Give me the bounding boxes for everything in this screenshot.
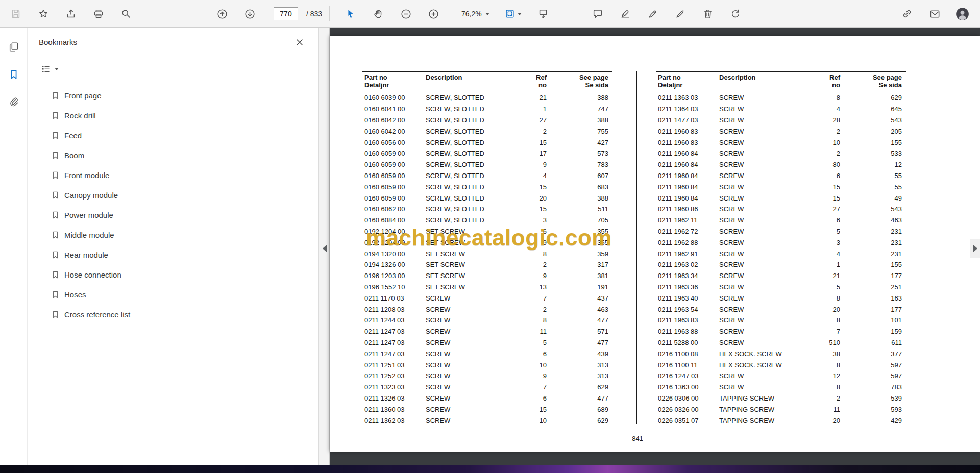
fit-page-button[interactable]	[500, 3, 526, 24]
bookmark-item[interactable]: Canopy module	[28, 185, 318, 205]
description-cell: SCREW	[719, 250, 807, 258]
comment-button[interactable]	[587, 3, 608, 24]
part-no-cell: 0216 1100 11	[658, 361, 719, 369]
bookmark-item[interactable]: Middle module	[28, 225, 318, 245]
see-page-cell: 463	[547, 306, 608, 313]
redo-button[interactable]	[725, 3, 746, 24]
bookmarks-panel-button[interactable]	[3, 63, 25, 86]
hand-tool-button[interactable]	[368, 3, 389, 24]
previous-page-button[interactable]	[211, 3, 233, 24]
part-no-cell: 0211 1963 54	[658, 306, 719, 313]
part-no-cell: 0226 0351 07	[658, 417, 719, 425]
table-row: 0160 6041 00 SCREW, SLOTTED 1 747	[362, 104, 612, 115]
page-display-mode-button[interactable]	[532, 3, 554, 24]
page-thumbnails-button[interactable]	[3, 36, 25, 58]
parts-table-right: Part noDetaljnr Description Refno See pa…	[656, 71, 906, 426]
share-link-button[interactable]	[896, 3, 918, 24]
table-row: 0211 1247 03 SCREW 11 571	[362, 326, 612, 337]
next-page-button[interactable]	[239, 3, 260, 24]
bookmark-label: Boom	[64, 151, 84, 160]
bookmark-item[interactable]: Boom	[28, 145, 318, 165]
table-row: 0211 1208 03 SCREW 2 463	[362, 304, 612, 315]
table-row: 0216 1247 03 SCREW 12 597	[656, 370, 906, 382]
see-page-cell: 388	[547, 194, 608, 202]
table-row: 0211 1963 34 SCREW 21 177	[656, 270, 906, 282]
next-page-arrow-button[interactable]	[970, 239, 980, 258]
part-no-cell: 0211 1960 86	[658, 205, 719, 213]
description-cell: SCREW, SLOTTED	[426, 150, 514, 157]
zoom-level-label: 76,2%	[461, 10, 482, 18]
description-cell: SCREW	[719, 116, 807, 124]
page-total-label: / 833	[306, 10, 322, 18]
description-cell: SCREW	[426, 417, 514, 425]
ref-no-cell: 38	[807, 350, 840, 358]
select-tool-button[interactable]	[340, 3, 361, 24]
bookmark-item[interactable]: Front module	[28, 165, 318, 185]
print-button[interactable]	[88, 3, 109, 24]
bookmark-icon	[51, 191, 60, 200]
bookmark-item[interactable]: Rear module	[28, 245, 318, 265]
ref-no-cell: 10	[807, 139, 840, 146]
collapse-panel-button[interactable]	[320, 239, 329, 258]
zoom-in-button[interactable]	[423, 3, 444, 24]
attachments-button[interactable]	[3, 91, 25, 113]
bookmark-label: Feed	[64, 131, 82, 140]
delete-button[interactable]	[697, 3, 719, 24]
fit-page-icon	[504, 8, 516, 19]
ref-no-cell: 20	[807, 417, 840, 425]
document-viewer[interactable]: Part noDetaljnr Description Refno See pa…	[330, 28, 980, 465]
bookmark-item[interactable]: Cross reference list	[28, 305, 318, 325]
zoom-out-button[interactable]	[395, 3, 416, 24]
part-no-cell: 0211 5288 00	[658, 339, 719, 346]
star-button[interactable]	[33, 3, 54, 24]
bookmark-label: Hose connection	[64, 270, 121, 279]
page-number-input[interactable]	[274, 7, 298, 20]
bookmark-item[interactable]: Hose connection	[28, 265, 318, 285]
close-panel-button[interactable]	[291, 34, 308, 51]
highlight-button[interactable]	[615, 3, 636, 24]
description-cell: SCREW	[719, 183, 807, 191]
bookmark-icon	[51, 111, 60, 120]
table-row: 0211 1963 83 SCREW 8 101	[656, 315, 906, 326]
table-row: 0211 1960 83 SCREW 10 155	[656, 137, 906, 148]
bookmark-item[interactable]: Hoses	[28, 285, 318, 305]
panel-splitter[interactable]	[319, 28, 330, 465]
part-no-cell: 0226 0306 00	[658, 394, 719, 402]
ref-no-cell: 2	[514, 261, 547, 268]
table-row: 0216 1100 11 HEX SOCK. SCREW 8 597	[656, 359, 906, 370]
zoom-level-dropdown[interactable]: 76,2%	[457, 7, 494, 21]
bookmark-item[interactable]: Power module	[28, 205, 318, 225]
ref-no-cell: 9	[514, 161, 547, 168]
ref-no-cell: 8	[807, 383, 840, 391]
ref-no-cell: 7	[807, 328, 840, 335]
bookmark-options-button[interactable]	[38, 61, 62, 77]
part-no-cell: 0160 6042 00	[364, 128, 426, 135]
bookmark-label: Front page	[64, 91, 102, 100]
ref-no-cell: 15	[807, 194, 840, 202]
email-button[interactable]	[924, 3, 945, 24]
share-button[interactable]	[60, 3, 82, 24]
ref-no-cell: 4	[807, 105, 840, 113]
see-page-cell: 388	[547, 94, 608, 102]
ref-no-cell: 15	[807, 183, 840, 191]
bookmark-item[interactable]: Front page	[28, 86, 318, 106]
sign-button[interactable]	[642, 3, 664, 24]
bookmark-icon	[51, 211, 60, 219]
ref-no-cell: 11	[514, 328, 547, 335]
find-button[interactable]	[115, 3, 137, 24]
description-cell: TAPPING SCREW	[719, 406, 807, 413]
bookmark-item[interactable]: Rock drill	[28, 106, 318, 126]
see-page-cell: 381	[547, 272, 608, 280]
ref-no-cell: 8	[807, 361, 840, 369]
save-button[interactable]	[5, 3, 27, 24]
description-cell: SCREW	[719, 128, 807, 135]
hand-icon	[373, 8, 384, 19]
fill-sign-button[interactable]	[670, 3, 691, 24]
part-no-cell: 0211 1960 84	[658, 161, 719, 168]
see-page-cell: 783	[840, 383, 902, 391]
see-page-cell: 359	[547, 250, 608, 258]
table-row: 0211 1247 03 SCREW 6 439	[362, 348, 612, 359]
bookmark-item[interactable]: Feed	[28, 126, 318, 145]
ref-no-cell: 2	[514, 306, 547, 313]
account-button[interactable]	[951, 3, 973, 24]
